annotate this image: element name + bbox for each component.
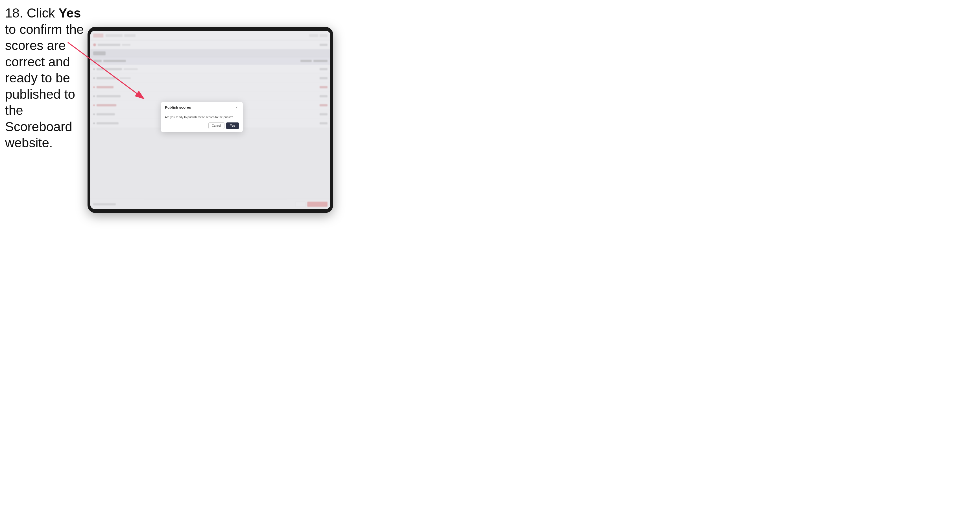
instruction-text: 18. Click Yes to confirm the scores are … bbox=[5, 5, 84, 151]
modal-close-button[interactable]: × bbox=[234, 105, 239, 110]
modal-header: Publish scores × bbox=[161, 102, 243, 112]
tablet-device: Publish scores × Are you ready to publis… bbox=[88, 27, 333, 213]
modal-message: Are you ready to publish these scores to… bbox=[165, 115, 239, 119]
modal-title: Publish scores bbox=[165, 105, 191, 110]
publish-scores-modal: Publish scores × Are you ready to publis… bbox=[161, 102, 243, 133]
yes-button[interactable]: Yes bbox=[226, 122, 239, 129]
tablet-screen: Publish scores × Are you ready to publis… bbox=[90, 31, 330, 209]
modal-body: Are you ready to publish these scores to… bbox=[161, 112, 243, 133]
cancel-button[interactable]: Cancel bbox=[208, 122, 224, 129]
modal-overlay: Publish scores × Are you ready to publis… bbox=[90, 31, 330, 209]
modal-actions: Cancel Yes bbox=[165, 122, 239, 129]
